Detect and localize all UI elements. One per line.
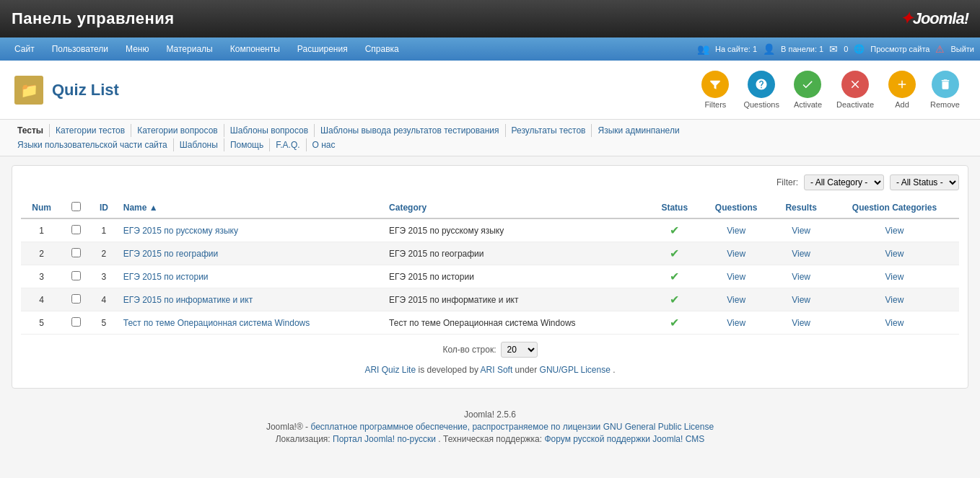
status-icon: ✔ — [670, 224, 679, 236]
questions-link[interactable]: View — [727, 226, 745, 236]
cell-checkbox[interactable] — [62, 218, 90, 242]
row-checkbox[interactable] — [71, 271, 81, 280]
remove-icon — [932, 71, 959, 98]
col-questions: Questions — [700, 198, 772, 218]
cell-status: ✔ — [649, 218, 700, 242]
col-num: Num — [21, 198, 62, 218]
remove-button[interactable]: Remove — [924, 68, 966, 112]
filters-button[interactable]: Filters — [696, 68, 735, 112]
subtab-templates[interactable]: Шаблоны — [174, 138, 224, 151]
results-link[interactable]: View — [792, 318, 810, 328]
subtab-question-templates[interactable]: Шаблоны вопросов — [224, 124, 315, 137]
subtab-admin-lang[interactable]: Языки админпанели — [592, 124, 685, 137]
cell-results: View — [772, 288, 830, 311]
row-checkbox[interactable] — [71, 317, 81, 327]
cell-question-categories: View — [830, 242, 959, 265]
subtab-faq[interactable]: F.A.Q. — [270, 138, 306, 151]
questions-link[interactable]: View — [727, 295, 745, 305]
question-categories-link[interactable]: View — [885, 295, 904, 305]
rows-per-page-select[interactable]: 5101520253050100All — [501, 342, 538, 358]
table-row: 4 4 ЕГЭ 2015 по информатике и икт ЕГЭ 20… — [21, 288, 959, 311]
quiz-name-link[interactable]: ЕГЭ 2015 по информатике и икт — [123, 295, 253, 305]
questions-link[interactable]: View — [727, 272, 745, 282]
table-row: 3 3 ЕГЭ 2015 по истории ЕГЭ 2015 по исто… — [21, 265, 959, 288]
cell-question-categories: View — [830, 288, 959, 311]
subtab-about[interactable]: О нас — [307, 138, 341, 151]
cell-checkbox[interactable] — [62, 242, 90, 265]
add-label: Add — [895, 100, 909, 109]
joomla-logo: ✦ Joomla! — [900, 9, 968, 28]
gpl-license-link[interactable]: GNU/GPL License — [540, 365, 611, 375]
quiz-table: Num ID Name ▲ Category Status Questions … — [21, 198, 959, 335]
subtab-question-categories[interactable]: Категории вопросов — [131, 124, 224, 137]
cell-name: ЕГЭ 2015 по информатике и икт — [118, 288, 383, 311]
status-filter[interactable]: - All Status - — [890, 174, 959, 190]
cell-checkbox[interactable] — [62, 311, 90, 335]
quiz-name-link[interactable]: ЕГЭ 2015 по русскому языку — [123, 226, 238, 236]
question-categories-link[interactable]: View — [885, 226, 904, 236]
question-categories-link[interactable]: View — [885, 249, 904, 259]
add-button[interactable]: Add — [883, 68, 922, 112]
status-icon: ✔ — [670, 247, 679, 260]
online-users-icon: 👥 — [697, 43, 709, 55]
footer-line1-pre: Joomla!® - — [266, 422, 311, 432]
nav-extensions[interactable]: Расширения — [289, 40, 356, 58]
cell-checkbox[interactable] — [62, 265, 90, 288]
row-checkbox[interactable] — [71, 294, 81, 304]
nav-materials[interactable]: Материалы — [157, 40, 221, 58]
ari-quiz-link[interactable]: ARI Quiz Lite — [364, 365, 416, 375]
cell-category: Тест по теме Операционная система Window… — [383, 311, 649, 335]
questions-button[interactable]: Questions — [738, 68, 785, 112]
subtab-test-results[interactable]: Результаты тестов — [506, 124, 592, 137]
quiz-name-link[interactable]: Тест по теме Операционная система Window… — [123, 318, 310, 328]
filter-label: Filter: — [776, 177, 798, 187]
deactivate-button[interactable]: Deactivate — [831, 68, 880, 112]
activate-button[interactable]: Activate — [788, 68, 828, 112]
col-name[interactable]: Name ▲ — [118, 198, 383, 218]
quiz-name-link[interactable]: ЕГЭ 2015 по истории — [123, 272, 209, 282]
results-link[interactable]: View — [792, 249, 810, 259]
view-site-icon: 🌐 — [854, 44, 865, 54]
row-checkbox[interactable] — [71, 225, 81, 234]
footer-support-link[interactable]: Форум русской поддержки Joomla! CMS — [544, 434, 704, 444]
nav-site[interactable]: Сайт — [6, 40, 43, 58]
subtab-help[interactable]: Помощь — [224, 138, 270, 151]
results-link[interactable]: View — [792, 226, 810, 236]
ari-soft-link[interactable]: ARI Soft — [481, 365, 513, 375]
joomla-version: Joomla! 2.5.6 — [0, 410, 980, 420]
cell-results: View — [772, 265, 830, 288]
subtabs: Тесты Категории тестов Категории вопросо… — [0, 120, 980, 156]
subtab-test-categories[interactable]: Категории тестов — [50, 124, 131, 137]
subtab-tests[interactable]: Тесты — [12, 124, 50, 137]
nav-menu[interactable]: Меню — [117, 40, 157, 58]
quiz-name-link[interactable]: ЕГЭ 2015 по географии — [123, 249, 218, 259]
question-categories-link[interactable]: View — [885, 272, 904, 282]
logout-link[interactable]: Выйти — [950, 45, 974, 53]
question-categories-link[interactable]: View — [885, 318, 904, 328]
nav-help[interactable]: Справка — [356, 40, 408, 58]
footer-joomla-ru-link[interactable]: Портал Joomla! по-русски — [333, 434, 436, 444]
activate-icon — [794, 71, 821, 98]
questions-link[interactable]: View — [727, 249, 745, 259]
cell-checkbox[interactable] — [62, 288, 90, 311]
nav-components[interactable]: Компоненты — [222, 40, 289, 58]
row-checkbox[interactable] — [71, 248, 81, 257]
footer-gpl-name-link[interactable]: GNU General Public License — [603, 422, 714, 432]
subtab-result-templates[interactable]: Шаблоны вывода результатов тестирования — [315, 124, 505, 137]
page-footer: Joomla! 2.5.6 Joomla!® - бесплатное прог… — [0, 397, 980, 451]
select-all-checkbox[interactable] — [71, 202, 81, 211]
view-site-link[interactable]: Просмотр сайта — [870, 45, 929, 53]
top-nav-right: 👥 На сайте: 1 👤 В панели: 1 ✉ 0 🌐 Просмо… — [697, 43, 974, 55]
results-link[interactable]: View — [792, 272, 810, 282]
questions-link[interactable]: View — [727, 318, 745, 328]
category-filter[interactable]: - All Category - — [804, 174, 884, 190]
footer-gpl-link[interactable]: бесплатное программное обеспечение, расп… — [310, 422, 600, 432]
results-link[interactable]: View — [792, 295, 810, 305]
in-panel-count: В панели: 1 — [781, 45, 823, 53]
cell-category: ЕГЭ 2015 по русскому языку — [383, 218, 649, 242]
filters-label: Filters — [704, 100, 726, 109]
subtab-user-lang[interactable]: Языки пользовательской части сайта — [12, 138, 174, 151]
nav-users[interactable]: Пользователи — [43, 40, 117, 58]
footer-credit-text2: is developed by — [418, 365, 480, 375]
col-checkbox — [62, 198, 90, 218]
